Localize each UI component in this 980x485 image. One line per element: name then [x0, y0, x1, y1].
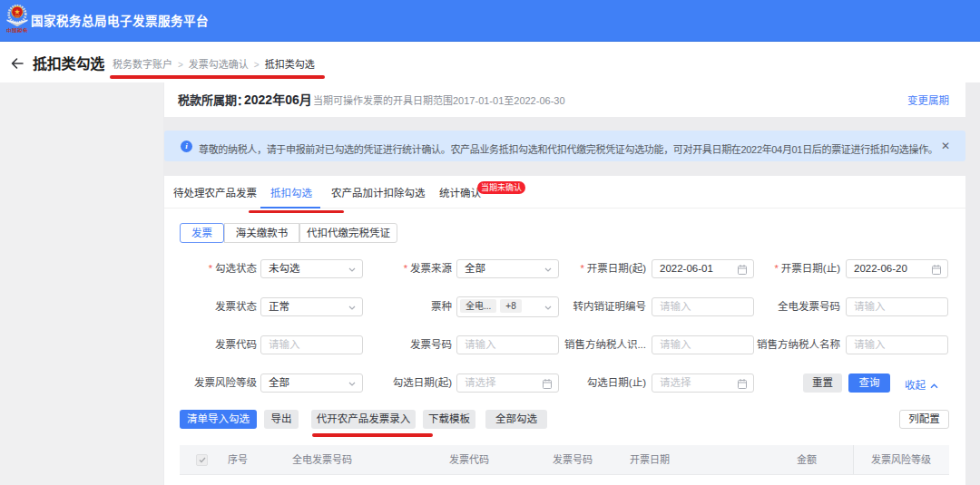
svg-text:中国税务: 中国税务 [6, 27, 28, 34]
